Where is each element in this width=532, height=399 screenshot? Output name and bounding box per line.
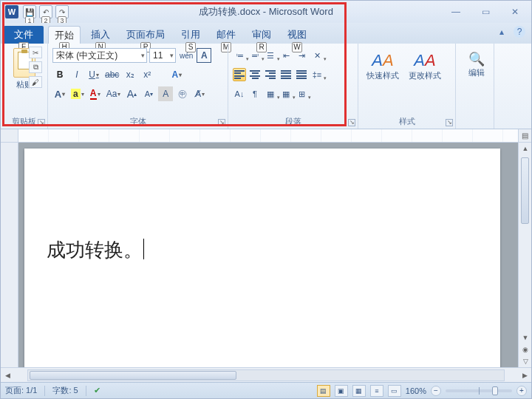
shading-button[interactable]: ▦ [264, 87, 277, 100]
document-text[interactable]: 成功转换。 [47, 239, 143, 261]
tab-page-layout[interactable]: 页面布局P [120, 26, 171, 44]
quick-styles-button[interactable]: AA 快速样式 [363, 51, 403, 81]
char-shading-button[interactable]: A [158, 86, 173, 101]
ruler-toggle-button[interactable]: ▤ [518, 129, 531, 142]
tab-label: 页面布局 [126, 28, 165, 41]
grow-font-button[interactable]: A [52, 86, 67, 101]
zoom-thumb[interactable] [492, 386, 498, 395]
shrink-font-a-button[interactable]: A▾ [141, 86, 156, 101]
enclosed-char-button[interactable]: ㊥ [175, 86, 190, 101]
help-button[interactable]: ? [514, 26, 525, 38]
char-border-button[interactable]: A [197, 48, 211, 63]
underline-button[interactable]: U [86, 67, 101, 82]
change-styles-button[interactable]: AA 更改样式 [405, 51, 445, 81]
view-outline-button[interactable]: ≡ [370, 385, 383, 397]
tab-home[interactable]: 开始H [48, 26, 81, 44]
prev-page-button[interactable]: ◉ [519, 344, 532, 355]
vertical-ruler[interactable] [1, 143, 18, 367]
scroll-up-button[interactable]: ▲ [519, 143, 532, 154]
superscript-button[interactable]: x² [140, 67, 154, 82]
grow-font-a-button[interactable]: A▴ [124, 86, 139, 101]
status-word-count[interactable]: 字数: 5 [52, 385, 78, 396]
clipboard-launcher[interactable]: ↘ [38, 119, 45, 126]
tab-insert[interactable]: 插入N [85, 26, 116, 44]
format-painter-button[interactable]: 🖌 [29, 76, 42, 88]
tab-review[interactable]: 审阅R [246, 26, 277, 44]
scroll-down-button[interactable]: ▼ [519, 332, 532, 344]
tab-mailings[interactable]: 邮件M [211, 26, 242, 44]
tab-references[interactable]: 引用S [175, 26, 206, 44]
view-full-screen-button[interactable]: ▣ [335, 385, 348, 397]
bold-button[interactable]: B [52, 67, 67, 82]
font-color-button[interactable]: A [88, 86, 103, 101]
horizontal-scrollbar-row: ◀ ▶ [1, 367, 531, 382]
styles-launcher[interactable]: ↘ [446, 119, 453, 126]
qat-undo-button[interactable]: ↶2 [39, 5, 52, 18]
highlight-button[interactable]: a [69, 86, 86, 101]
align-justify-button[interactable] [279, 68, 293, 81]
minimize-ribbon-button[interactable]: ▴ [496, 26, 508, 38]
status-proofing[interactable]: ✔ [94, 386, 100, 395]
view-web-button[interactable]: ▦ [352, 385, 366, 397]
horizontal-ruler[interactable] [18, 129, 518, 142]
tab-file[interactable]: 文件 F [4, 26, 44, 44]
status-right: ▤ ▣ ▦ ≡ ▭ 160% − + [317, 385, 527, 397]
close-button[interactable]: ✕ [505, 6, 525, 18]
redo-icon: ↷ [59, 8, 65, 16]
next-page-button[interactable]: ▽ [519, 355, 532, 367]
group-label: 段落 [228, 116, 358, 127]
horizontal-scrollbar[interactable] [27, 369, 505, 381]
zoom-slider[interactable] [446, 389, 512, 392]
paragraph-launcher[interactable]: ↘ [348, 119, 355, 126]
vertical-scroll-thumb[interactable] [521, 157, 529, 224]
zoom-in-button[interactable]: + [516, 386, 527, 396]
text-effects-button[interactable]: A [169, 67, 184, 82]
tabs-button[interactable]: ⊞ [295, 87, 308, 100]
align-center-button[interactable] [248, 68, 262, 81]
line-spacing-button[interactable]: ‡≡ [310, 68, 324, 81]
clear-formatting-button[interactable]: A̸ [192, 86, 207, 101]
font-family-combo[interactable]: 宋体 (中文正文) [52, 48, 147, 63]
editing-button[interactable]: 🔍 编辑 [460, 47, 493, 78]
tab-view[interactable]: 视图W [282, 26, 313, 44]
scroll-right-button[interactable]: ▶ [518, 369, 531, 381]
vertical-scrollbar[interactable]: ▲ ▼ ◉ ▽ [518, 143, 531, 367]
status-page[interactable]: 页面: 1/1 [5, 385, 37, 396]
scroll-left-button[interactable]: ◀ [1, 369, 14, 381]
multilevel-button[interactable]: ☰ [264, 49, 277, 62]
horizontal-scroll-thumb[interactable] [30, 371, 236, 380]
align-right-button[interactable] [264, 68, 277, 81]
word-app-icon: W [5, 5, 18, 18]
maximize-button[interactable]: ▭ [475, 6, 496, 18]
sort-button[interactable]: A↓ [233, 87, 246, 100]
cut-button[interactable]: ✂ [29, 47, 42, 58]
increase-indent-button[interactable]: ⇥ [295, 49, 308, 62]
decrease-indent-button[interactable]: ⇤ [279, 49, 293, 62]
page[interactable]: 成功转换。 [24, 149, 500, 367]
font-size-combo[interactable]: 11 [149, 48, 176, 63]
qat-redo-button[interactable]: ↷3 [55, 5, 69, 18]
font-launcher[interactable]: ↘ [218, 119, 225, 126]
view-draft-button[interactable]: ▭ [388, 385, 401, 397]
copy-button[interactable]: ⧉ [29, 61, 42, 73]
numbering-button[interactable]: ≕ [248, 49, 262, 62]
bullets-button[interactable]: ≔ [233, 49, 246, 62]
minimize-button[interactable]: — [446, 6, 466, 18]
change-case-button[interactable]: Aa [105, 86, 123, 101]
phonetic-guide-button[interactable]: wén [178, 48, 194, 63]
zoom-out-button[interactable]: − [431, 386, 441, 396]
font-color-icon: A [90, 88, 97, 100]
strikethrough-button[interactable]: abc [103, 67, 120, 82]
borders-button[interactable]: ▦ [279, 87, 293, 100]
align-left-button[interactable] [233, 68, 246, 81]
align-distribute-button[interactable] [295, 68, 308, 81]
show-marks-button[interactable]: ¶ [248, 87, 262, 100]
subscript-button[interactable]: x₂ [123, 67, 137, 82]
page-viewport[interactable]: 成功转换。 [18, 143, 518, 367]
qat-save-button[interactable]: 💾1 [23, 5, 36, 18]
asian-layout-button[interactable]: ✕ [310, 49, 324, 62]
zoom-level[interactable]: 160% [406, 386, 426, 395]
italic-button[interactable]: I [69, 67, 84, 82]
group-styles: AA 快速样式 AA 更改样式 样式 ↘ [358, 44, 456, 129]
view-print-layout-button[interactable]: ▤ [317, 385, 330, 397]
